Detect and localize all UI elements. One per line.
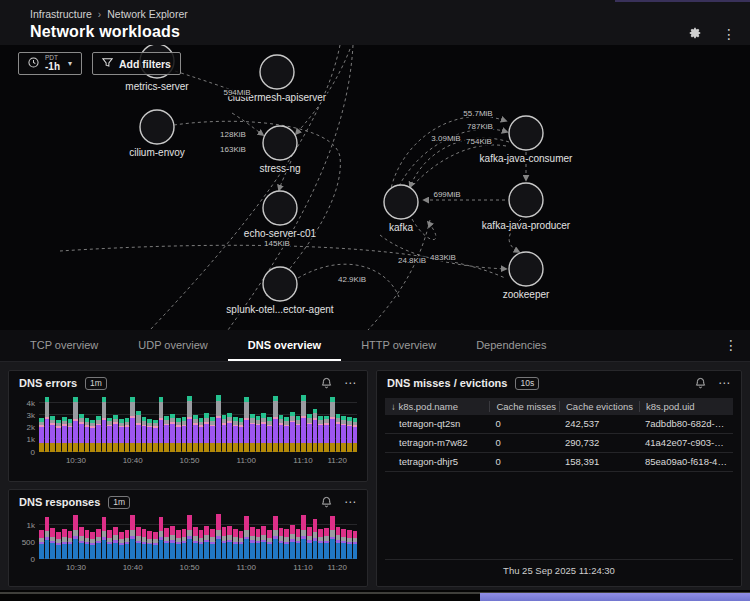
stacked-bar[interactable] xyxy=(273,515,278,559)
panel-kebab-menu-icon[interactable]: ⋯ xyxy=(718,379,731,387)
settings-gear-icon[interactable] xyxy=(688,26,702,42)
stacked-bar[interactable] xyxy=(45,515,50,559)
graph-node-clustermesh-apiserver[interactable] xyxy=(260,55,294,89)
stacked-bar[interactable] xyxy=(142,515,147,559)
stacked-bar[interactable] xyxy=(199,515,204,559)
stacked-bar[interactable] xyxy=(147,396,152,452)
stacked-bar[interactable] xyxy=(187,515,192,559)
breadcrumb-network-explorer[interactable]: Network Explorer xyxy=(107,8,188,20)
stacked-bar[interactable] xyxy=(136,396,141,452)
stacked-bar[interactable] xyxy=(102,515,107,559)
stacked-bar[interactable] xyxy=(313,515,318,559)
stacked-bar[interactable] xyxy=(284,396,289,452)
table-row[interactable]: tetragon-dhjr50158,39185ea09a0-f618-44e1… xyxy=(385,453,733,472)
graph-node-stress-ng[interactable] xyxy=(263,126,297,160)
stacked-bar[interactable] xyxy=(204,396,209,452)
stacked-bar[interactable] xyxy=(176,396,181,452)
graph-node-zookeeper[interactable] xyxy=(509,252,543,286)
stacked-bar[interactable] xyxy=(182,515,187,559)
stacked-bar[interactable] xyxy=(39,515,44,559)
stacked-bar[interactable] xyxy=(301,396,306,452)
stacked-bar[interactable] xyxy=(187,396,192,452)
stacked-bar[interactable] xyxy=(318,515,323,559)
tab-dependencies[interactable]: Dependencies xyxy=(456,330,566,361)
stacked-bar[interactable] xyxy=(62,396,67,452)
stacked-bar[interactable] xyxy=(267,515,272,559)
workload-dependency-graph[interactable]: metrics-serverclustermesh-apiserverciliu… xyxy=(0,45,750,330)
stacked-bar[interactable] xyxy=(318,396,323,452)
stacked-bar[interactable] xyxy=(222,396,227,452)
tab-dns-overview[interactable]: DNS overview xyxy=(228,330,341,361)
stacked-bar[interactable] xyxy=(250,396,255,452)
stacked-bar[interactable] xyxy=(216,396,221,452)
stacked-bar[interactable] xyxy=(45,396,50,452)
panel-kebab-menu-icon[interactable]: ⋯ xyxy=(344,498,357,506)
stacked-bar[interactable] xyxy=(90,515,95,559)
alert-bell-icon[interactable] xyxy=(321,496,332,508)
column-header[interactable]: ↓ k8s.pod.name xyxy=(385,401,489,412)
stacked-bar[interactable] xyxy=(119,515,124,559)
stacked-bar[interactable] xyxy=(56,515,61,559)
stacked-bar[interactable] xyxy=(164,396,169,452)
table-row[interactable]: tetragon-m7w820290,73241a42e07-c903-4d25… xyxy=(385,434,733,453)
dns-errors-chart[interactable]: 01k2k3k4k xyxy=(39,396,357,452)
time-range-picker[interactable]: PDT -1h ▾ xyxy=(18,52,82,75)
stacked-bar[interactable] xyxy=(261,396,266,452)
stacked-bar[interactable] xyxy=(50,396,55,452)
stacked-bar[interactable] xyxy=(244,515,249,559)
stacked-bar[interactable] xyxy=(142,396,147,452)
tab-udp-overview[interactable]: UDP overview xyxy=(118,330,228,361)
stacked-bar[interactable] xyxy=(233,396,238,452)
stacked-bar[interactable] xyxy=(284,515,289,559)
stacked-bar[interactable] xyxy=(79,515,84,559)
stacked-bar[interactable] xyxy=(113,515,118,559)
tabbar-kebab-menu-icon[interactable]: ⋮ xyxy=(724,338,738,352)
stacked-bar[interactable] xyxy=(176,515,181,559)
topbar-kebab-menu-icon[interactable]: ⋮ xyxy=(722,27,736,41)
stacked-bar[interactable] xyxy=(125,515,130,559)
stacked-bar[interactable] xyxy=(102,396,107,452)
stacked-bar[interactable] xyxy=(153,515,158,559)
stacked-bar[interactable] xyxy=(90,396,95,452)
stacked-bar[interactable] xyxy=(96,396,101,452)
stacked-bar[interactable] xyxy=(107,515,112,559)
stacked-bar[interactable] xyxy=(301,515,306,559)
stacked-bar[interactable] xyxy=(85,396,90,452)
stacked-bar[interactable] xyxy=(250,515,255,559)
stacked-bar[interactable] xyxy=(307,515,312,559)
add-filters-button[interactable]: Add filters xyxy=(92,52,181,75)
stacked-bar[interactable] xyxy=(347,515,352,559)
stacked-bar[interactable] xyxy=(113,396,118,452)
stacked-bar[interactable] xyxy=(170,515,175,559)
stacked-bar[interactable] xyxy=(290,515,295,559)
column-header[interactable]: Cache evictions xyxy=(559,401,639,412)
dns-responses-chart[interactable]: 05001k xyxy=(39,515,357,559)
stacked-bar[interactable] xyxy=(73,515,78,559)
stacked-bar[interactable] xyxy=(341,396,346,452)
stacked-bar[interactable] xyxy=(182,396,187,452)
stacked-bar[interactable] xyxy=(256,515,261,559)
table-header-row[interactable]: ↓ k8s.pod.nameCache missesCache eviction… xyxy=(385,398,733,415)
stacked-bar[interactable] xyxy=(336,515,341,559)
tab-tcp-overview[interactable]: TCP overview xyxy=(10,330,118,361)
stacked-bar[interactable] xyxy=(324,515,329,559)
stacked-bar[interactable] xyxy=(353,396,358,452)
stacked-bar[interactable] xyxy=(153,396,158,452)
stacked-bar[interactable] xyxy=(296,515,301,559)
stacked-bar[interactable] xyxy=(73,396,78,452)
stacked-bar[interactable] xyxy=(136,515,141,559)
stacked-bar[interactable] xyxy=(341,515,346,559)
stacked-bar[interactable] xyxy=(130,396,135,452)
graph-node-cilium-envoy[interactable] xyxy=(140,110,174,144)
stacked-bar[interactable] xyxy=(330,396,335,452)
tab-http-overview[interactable]: HTTP overview xyxy=(341,330,456,361)
stacked-bar[interactable] xyxy=(79,396,84,452)
stacked-bar[interactable] xyxy=(68,515,73,559)
panel-kebab-menu-icon[interactable]: ⋯ xyxy=(344,379,357,387)
graph-node-kafka-java-producer[interactable] xyxy=(509,183,543,217)
stacked-bar[interactable] xyxy=(239,396,244,452)
stacked-bar[interactable] xyxy=(313,396,318,452)
stacked-bar[interactable] xyxy=(347,396,352,452)
graph-node-splunk-otel...ector-agent[interactable] xyxy=(263,267,297,301)
stacked-bar[interactable] xyxy=(244,396,249,452)
